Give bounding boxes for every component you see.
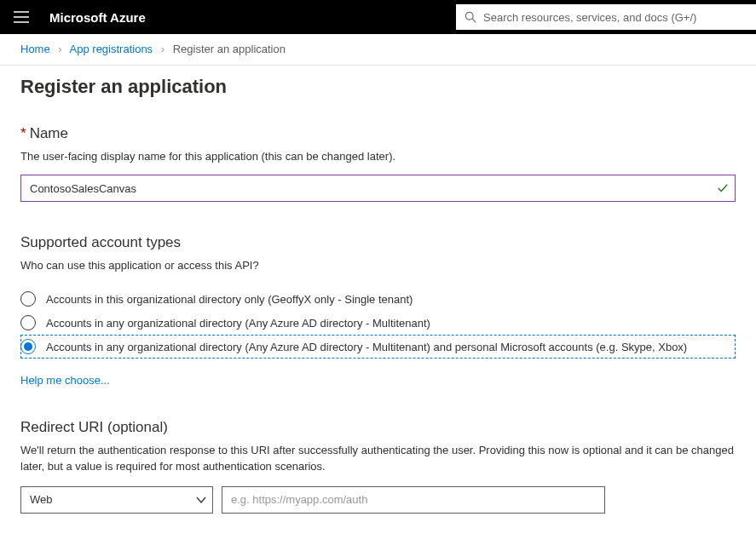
hamburger-icon bbox=[14, 11, 29, 23]
radio-label: Accounts in any organizational directory… bbox=[46, 341, 687, 353]
radio-icon bbox=[20, 339, 36, 354]
help-me-choose-link[interactable]: Help me choose... bbox=[20, 374, 110, 387]
breadcrumb: Home › App registrations › Register an a… bbox=[0, 34, 756, 65]
name-input-wrap bbox=[20, 175, 736, 202]
check-icon bbox=[717, 182, 729, 194]
name-heading: *Name bbox=[20, 125, 736, 142]
redirect-uri-input[interactable] bbox=[222, 486, 605, 514]
name-helper: The user-facing display name for this ap… bbox=[20, 149, 736, 164]
name-input[interactable] bbox=[20, 175, 736, 202]
menu-button[interactable] bbox=[0, 11, 43, 23]
name-section: *Name The user-facing display name for t… bbox=[20, 125, 736, 202]
search-placeholder: Search resources, services, and docs (G+… bbox=[483, 11, 696, 24]
redirect-heading: Redirect URI (optional) bbox=[20, 419, 736, 436]
breadcrumb-home[interactable]: Home bbox=[20, 43, 50, 55]
radio-label: Accounts in any organizational directory… bbox=[46, 317, 430, 330]
chevron-right-icon: › bbox=[58, 43, 61, 55]
redirect-uri-row: Web bbox=[20, 486, 736, 514]
account-types-helper: Who can use this application or access t… bbox=[20, 258, 736, 273]
account-type-option-single-tenant[interactable]: Accounts in this organizational director… bbox=[20, 287, 736, 311]
top-bar: Microsoft Azure Search resources, servic… bbox=[0, 0, 756, 34]
account-type-option-multitenant-personal[interactable]: Accounts in any organizational directory… bbox=[20, 335, 736, 359]
platform-select[interactable]: Web bbox=[20, 486, 213, 514]
chevron-right-icon: › bbox=[161, 43, 164, 55]
redirect-uri-section: Redirect URI (optional) We'll return the… bbox=[20, 419, 736, 513]
radio-label: Accounts in this organizational director… bbox=[46, 293, 413, 306]
platform-select-wrap: Web bbox=[20, 486, 213, 514]
platform-select-value: Web bbox=[30, 493, 53, 506]
radio-icon bbox=[20, 315, 36, 330]
redirect-helper: We'll return the authentication response… bbox=[20, 443, 736, 474]
page-body: Register an application *Name The user-f… bbox=[0, 66, 756, 542]
brand-label: Microsoft Azure bbox=[43, 10, 146, 25]
breadcrumb-app-registrations[interactable]: App registrations bbox=[70, 43, 153, 55]
radio-icon bbox=[20, 291, 36, 307]
svg-point-0 bbox=[465, 12, 473, 20]
account-type-option-multitenant[interactable]: Accounts in any organizational directory… bbox=[20, 311, 736, 335]
account-types-section: Supported account types Who can use this… bbox=[20, 234, 736, 387]
search-input[interactable]: Search resources, services, and docs (G+… bbox=[456, 4, 756, 30]
breadcrumb-current: Register an application bbox=[173, 43, 286, 55]
page-title: Register an application bbox=[20, 76, 736, 98]
search-wrap: Search resources, services, and docs (G+… bbox=[456, 4, 756, 30]
required-indicator: * bbox=[20, 125, 26, 141]
search-icon bbox=[465, 11, 476, 23]
account-types-heading: Supported account types bbox=[20, 234, 736, 251]
